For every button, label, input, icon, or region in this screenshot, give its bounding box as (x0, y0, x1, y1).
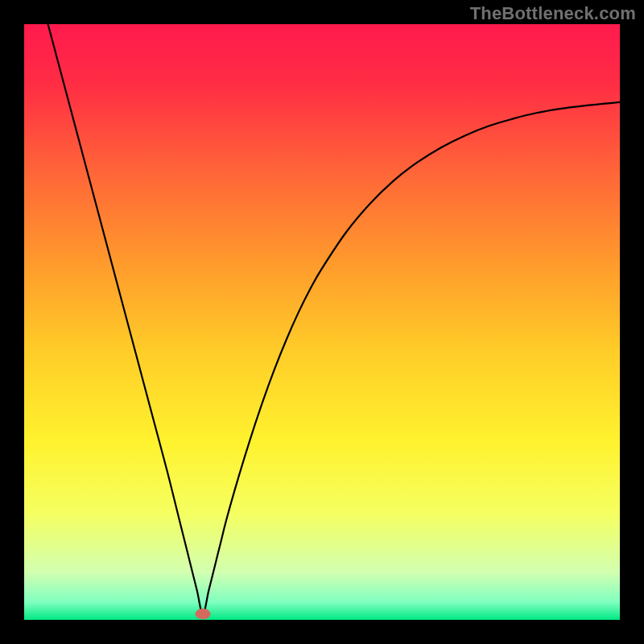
chart-svg (24, 24, 620, 620)
plot-area (24, 24, 620, 620)
watermark-text: TheBottleneck.com (470, 3, 636, 24)
optimum-marker (195, 609, 210, 619)
chart-frame: TheBottleneck.com (0, 0, 644, 644)
